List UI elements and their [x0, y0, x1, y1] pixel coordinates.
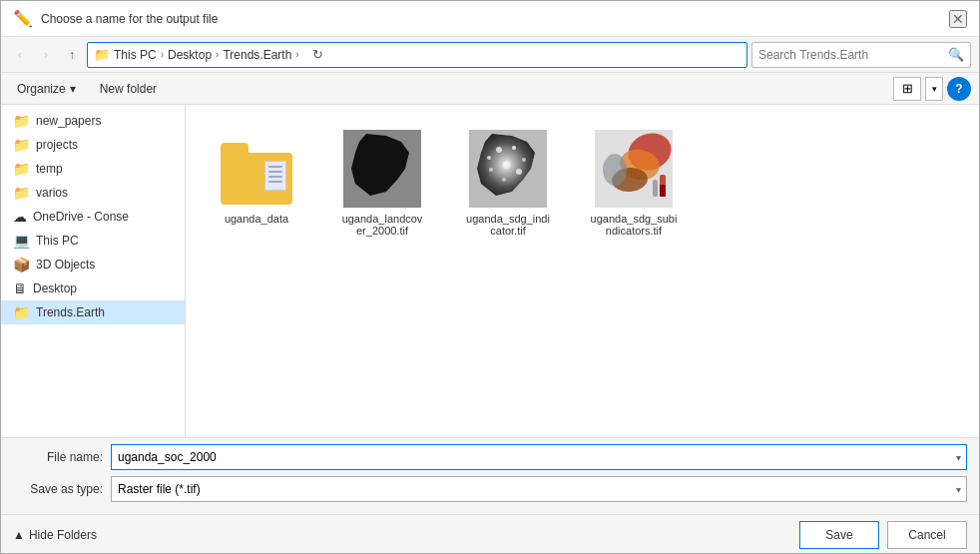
desktop-icon: 🖥 [13, 280, 27, 296]
svg-point-8 [502, 178, 506, 182]
filename-label: File name: [13, 450, 103, 464]
filename-input[interactable] [111, 444, 967, 470]
breadcrumb-sep2: › [216, 49, 219, 60]
svg-point-9 [489, 168, 493, 172]
action-bar: Organize ▾ New folder ⊞ ▾ ? [1, 73, 979, 105]
sidebar-label-3d-objects: 3D Objects [36, 258, 95, 272]
search-icon: 🔍 [948, 47, 964, 62]
breadcrumb-sep3: › [295, 49, 298, 60]
file-label-uganda-sdg-subindicators: uganda_sdg_subindicators.tif [591, 213, 678, 237]
folder-temp-icon: 📁 [13, 161, 30, 177]
up-button[interactable]: ↑ [61, 44, 83, 66]
save-button[interactable]: Save [799, 521, 879, 549]
file-item-uganda-sdg-subindicators[interactable]: uganda_sdg_subindicators.tif [579, 121, 689, 245]
hide-folders-arrow-icon: ▲ [13, 528, 25, 542]
breadcrumb-trends-earth[interactable]: Trends.Earth [223, 48, 291, 62]
close-button[interactable]: ✕ [949, 10, 967, 28]
file-item-uganda-landcover[interactable]: uganda_landcover_2000.tif [327, 121, 437, 245]
breadcrumb-this-pc[interactable]: This PC [114, 48, 157, 62]
dialog-icon: ✏️ [13, 9, 33, 28]
filetype-select[interactable]: Raster file (*.tif) [111, 476, 967, 502]
file-item-uganda-data[interactable]: uganda_data [202, 121, 311, 245]
organize-label: Organize [17, 82, 66, 96]
filetype-row: Save as type: Raster file (*.tif) ▾ [13, 476, 967, 502]
file-label-uganda-landcover: uganda_landcover_2000.tif [342, 213, 423, 237]
sidebar-item-onedrive[interactable]: ☁ OneDrive - Conse [1, 205, 185, 229]
search-box[interactable]: 🔍 [751, 42, 971, 68]
onedrive-icon: ☁ [13, 209, 27, 225]
cancel-button[interactable]: Cancel [887, 521, 967, 549]
dialog-title: Choose a name for the output file [41, 12, 218, 26]
folder-icon: 📁 [94, 47, 110, 62]
svg-point-11 [503, 161, 511, 169]
navigation-toolbar: ‹ › ↑ 📁 This PC › Desktop › Trends.Earth… [1, 37, 979, 73]
sidebar-label-new-papers: new_papers [36, 114, 101, 128]
file-thumb-uganda-data [217, 129, 296, 209]
sidebar-item-trends-earth[interactable]: 📁 Trends.Earth [1, 300, 185, 324]
file-thumb-uganda-landcover [342, 129, 422, 209]
organize-button[interactable]: Organize ▾ [9, 80, 84, 98]
uganda-landcover-svg [343, 130, 421, 208]
view-controls: ⊞ ▾ ? [893, 77, 971, 101]
folder-uganda-data-icon [221, 143, 292, 195]
help-button[interactable]: ? [947, 77, 971, 101]
folder-new-papers-icon: 📁 [13, 113, 30, 129]
search-input[interactable] [758, 48, 948, 62]
action-buttons-bar: ▲ Hide Folders Save Cancel [1, 514, 979, 553]
svg-point-6 [522, 158, 526, 162]
filename-input-wrapper: ▾ [111, 444, 967, 470]
sidebar-label-onedrive: OneDrive - Conse [33, 210, 129, 224]
sidebar-item-this-pc[interactable]: 💻 This PC [1, 229, 185, 253]
sidebar-label-varios: varios [36, 186, 68, 200]
sidebar-label-trends-earth: Trends.Earth [36, 305, 105, 319]
sidebar: 📁 new_papers 📁 projects 📁 temp 📁 varios … [1, 105, 186, 437]
title-bar: ✏️ Choose a name for the output file ✕ [1, 1, 979, 37]
dialog-action-buttons: Save Cancel [799, 521, 967, 549]
svg-rect-19 [653, 180, 658, 197]
file-item-uganda-sdg-indicator[interactable]: uganda_sdg_indicator.tif [453, 121, 563, 245]
svg-point-4 [496, 147, 502, 153]
3d-objects-icon: 📦 [13, 257, 30, 273]
organize-arrow-icon: ▾ [70, 82, 76, 96]
breadcrumb-desktop[interactable]: Desktop [168, 48, 212, 62]
uganda-sdg-subindicators-svg [595, 130, 673, 208]
sidebar-label-temp: temp [36, 162, 63, 176]
filename-row: File name: ▾ [13, 444, 967, 470]
title-bar-left: ✏️ Choose a name for the output file [13, 9, 218, 28]
sidebar-label-projects: projects [36, 138, 78, 152]
filetype-select-wrapper: Raster file (*.tif) ▾ [111, 476, 967, 502]
sidebar-label-this-pc: This PC [36, 234, 79, 248]
sidebar-item-projects[interactable]: 📁 projects [1, 133, 185, 157]
file-label-uganda-data: uganda_data [225, 213, 288, 225]
breadcrumb-bar[interactable]: 📁 This PC › Desktop › Trends.Earth › ↻ [87, 42, 747, 68]
file-grid: uganda_data uganda_landcover_2000.tif [186, 105, 979, 437]
sidebar-item-desktop[interactable]: 🖥 Desktop [1, 277, 185, 300]
refresh-button[interactable]: ↻ [307, 44, 329, 66]
view-dropdown-button[interactable]: ▾ [925, 77, 943, 101]
svg-point-5 [512, 146, 516, 150]
hide-folders-button[interactable]: ▲ Hide Folders [13, 528, 97, 542]
view-button[interactable]: ⊞ [893, 77, 921, 101]
svg-point-10 [487, 156, 491, 160]
bottom-form: File name: ▾ Save as type: Raster file (… [1, 437, 979, 514]
trends-earth-icon: 📁 [13, 304, 30, 320]
back-button[interactable]: ‹ [9, 44, 31, 66]
sidebar-item-varios[interactable]: 📁 varios [1, 181, 185, 205]
hide-folders-label: Hide Folders [29, 528, 97, 542]
new-folder-button[interactable]: New folder [92, 80, 165, 98]
sidebar-item-new-papers[interactable]: 📁 new_papers [1, 109, 185, 133]
filetype-label: Save as type: [13, 482, 103, 496]
svg-rect-18 [660, 185, 666, 197]
file-label-uganda-sdg-indicator: uganda_sdg_indicator.tif [466, 213, 550, 237]
sidebar-label-desktop: Desktop [33, 281, 77, 295]
this-pc-icon: 💻 [13, 233, 30, 249]
uganda-sdg-indicator-svg [469, 130, 547, 208]
folder-varios-icon: 📁 [13, 185, 30, 201]
breadcrumb-sep1: › [161, 49, 164, 60]
svg-point-7 [516, 169, 522, 175]
save-file-dialog: ✏️ Choose a name for the output file ✕ ‹… [0, 0, 980, 554]
forward-button[interactable]: › [35, 44, 57, 66]
sidebar-item-temp[interactable]: 📁 temp [1, 157, 185, 181]
content-area: 📁 new_papers 📁 projects 📁 temp 📁 varios … [1, 105, 979, 437]
sidebar-item-3d-objects[interactable]: 📦 3D Objects [1, 253, 185, 277]
